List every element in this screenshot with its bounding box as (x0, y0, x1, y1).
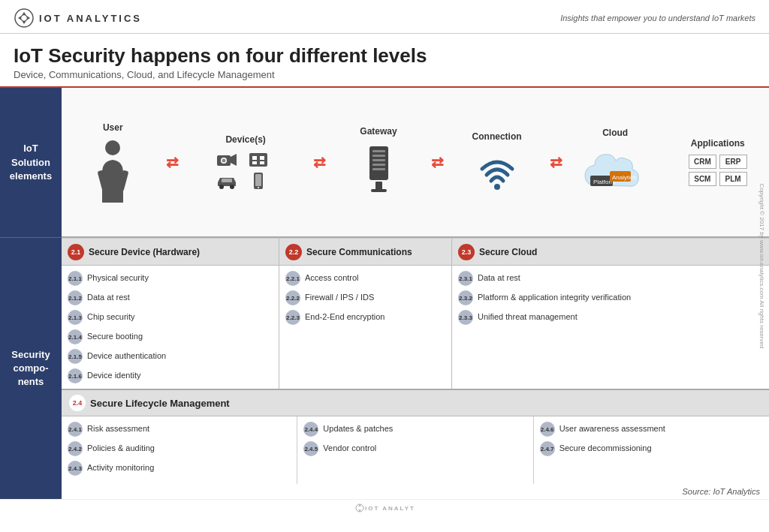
lc-col2-items: 2.4.4 Updates & patches 2.4.5 Vendor con… (297, 416, 532, 461)
comms-title: Secure Communications (306, 247, 412, 257)
num-2-2-3: 2.2.3 (285, 310, 300, 325)
lifecycle-header: 2.4 Secure Lifecycle Management (62, 389, 769, 416)
item-2-1-5: 2.1.5 Device authentication (62, 347, 279, 366)
gateway-icon (362, 143, 396, 199)
text-2-4-6: User awareness assessment (559, 422, 665, 434)
item-2-4-6: 2.4.6 User awareness assessment (534, 419, 769, 439)
num-2-1-4: 2.1.4 (68, 329, 83, 344)
text-2-1-1: Physical security (87, 271, 149, 284)
text-2-4-4: Updates & patches (323, 422, 393, 434)
num-2-2-1: 2.2.1 (285, 271, 300, 286)
logo: IOT ANALYTICS (14, 8, 142, 29)
logo-text: IOT ANALYTICS (39, 13, 142, 24)
text-2-4-3: Activity monitoring (87, 461, 154, 473)
gateway-col: Gateway (327, 88, 430, 236)
lifecycle-col1: 2.4.1 Risk assessment 2.4.2 Policies & a… (62, 416, 297, 484)
upper-security: 2.1 Secure Device (Hardware) 2.1.1 Physi… (62, 238, 769, 389)
svg-rect-20 (372, 150, 385, 152)
text-2-2-2: Firewall / IPS / IDS (305, 290, 374, 303)
item-2-2-1: 2.2.1 Access control (279, 269, 451, 288)
footer-logo: IOT ANALYTICS (354, 503, 415, 513)
icons-row: User ⇄ Device(s) (62, 88, 769, 238)
arrow-connection-cloud: ⇄ (548, 88, 564, 236)
tagline: Insights that empower you to understand … (560, 14, 755, 23)
svg-rect-23 (372, 164, 385, 166)
num-2-4-6: 2.4.6 (540, 422, 555, 437)
lifecycle-title: Secure Lifecycle Management (90, 398, 230, 409)
content-grid: 2.1 Secure Device (Hardware) 2.1.1 Physi… (62, 238, 769, 499)
svg-rect-22 (372, 159, 385, 161)
text-2-1-5: Device authentication (87, 349, 166, 362)
security-components-label: Security compo-nents (0, 238, 62, 499)
device-badge: 2.1 (68, 244, 84, 260)
num-2-4-1: 2.4.1 (68, 422, 83, 437)
phone-icon (247, 172, 270, 190)
secure-cloud-col: 2.3 Secure Cloud 2.3.1 Data at rest 2.3.… (452, 239, 769, 389)
text-2-1-4: Secure booting (87, 329, 143, 342)
copyright-bar: Copyright © 2017 by www.iot-analytics.co… (755, 0, 769, 532)
lifecycle-badge: 2.4 (69, 395, 86, 411)
arrow-device-gateway: ⇄ (312, 88, 327, 236)
header: IOT ANALYTICS Insights that empower you … (0, 0, 769, 34)
num-2-1-5: 2.1.5 (68, 349, 83, 364)
item-2-1-1: 2.1.1 Physical security (62, 269, 279, 288)
svg-text:Analytics: Analytics (612, 174, 636, 181)
arrow-user-device: ⇄ (164, 88, 180, 236)
user-col: User (62, 88, 164, 236)
comms-items: 2.2.1 Access control 2.2.2 Firewall / IP… (279, 266, 451, 330)
connection-col: Connection (445, 88, 548, 236)
title-section: IoT Security happens on four different l… (0, 34, 769, 88)
cloud-icon: Platform Analytics (581, 144, 649, 197)
cloud-badge: 2.3 (458, 244, 475, 260)
item-2-4-4: 2.4.4 Updates & patches (297, 419, 532, 439)
cloud-label: Cloud (602, 128, 628, 138)
arrow-gateway-connection: ⇄ (430, 88, 445, 236)
num-2-1-3: 2.1.3 (68, 310, 83, 325)
camera-icon (216, 151, 238, 169)
svg-rect-26 (371, 189, 387, 192)
svg-point-0 (15, 9, 33, 27)
svg-point-15 (230, 185, 234, 189)
person-icon (96, 139, 130, 203)
item-2-4-2: 2.4.2 Policies & auditing (62, 439, 297, 458)
text-2-1-3: Chip security (87, 310, 135, 323)
svg-point-1 (105, 140, 120, 155)
svg-rect-13 (222, 179, 232, 182)
item-2-2-2: 2.2.2 Firewall / IPS / IDS (279, 288, 451, 308)
num-2-1-2: 2.1.2 (68, 290, 83, 305)
num-2-1-6: 2.1.6 (68, 368, 83, 383)
applications-col: Applications CRM ERP SCM PLM (666, 88, 769, 236)
lifecycle-cols: 2.4.1 Risk assessment 2.4.2 Policies & a… (62, 416, 769, 484)
item-2-1-3: 2.1.3 Chip security (62, 308, 279, 327)
item-2-4-5: 2.4.5 Vendor control (297, 439, 532, 458)
crm-box: CRM (689, 155, 716, 169)
applications-label: Applications (691, 138, 745, 149)
text-2-2-3: End-2-End encryption (305, 310, 384, 323)
num-2-1-1: 2.1.1 (68, 271, 83, 286)
num-2-3-1: 2.3.1 (458, 271, 473, 286)
device-items: 2.1.1 Physical security 2.1.2 Data at re… (62, 266, 279, 389)
item-2-1-2: 2.1.2 Data at rest (62, 288, 279, 308)
user-label: User (103, 122, 123, 133)
svg-rect-9 (252, 156, 257, 160)
circuit-icon (247, 151, 270, 169)
lifecycle-section: 2.4 Secure Lifecycle Management 2.4.1 Ri… (62, 389, 769, 484)
text-2-4-5: Vendor control (323, 441, 376, 454)
cloud-items: 2.3.1 Data at rest 2.3.2 Platform & appl… (452, 266, 769, 330)
connection-label: Connection (472, 131, 522, 142)
secure-device-col: 2.1 Secure Device (Hardware) 2.1.1 Physi… (62, 239, 279, 389)
svg-rect-21 (372, 155, 385, 157)
text-2-1-6: Device identity (87, 368, 141, 381)
main-content: User ⇄ Device(s) (62, 88, 769, 499)
item-2-2-3: 2.2.3 End-2-End encryption (279, 308, 451, 327)
lc-col1-items: 2.4.1 Risk assessment 2.4.2 Policies & a… (62, 416, 297, 481)
item-2-3-2: 2.3.2 Platform & application integrity v… (452, 288, 769, 308)
text-2-3-1: Data at rest (478, 271, 520, 284)
lc-col3-items: 2.4.6 User awareness assessment 2.4.7 Se… (534, 416, 769, 461)
item-2-1-6: 2.1.6 Device identity (62, 366, 279, 386)
item-2-1-4: 2.1.4 Secure booting (62, 327, 279, 347)
text-2-1-2: Data at rest (87, 290, 130, 303)
svg-rect-12 (260, 161, 264, 164)
lifecycle-col2: 2.4.4 Updates & patches 2.4.5 Vendor con… (297, 416, 533, 484)
num-2-4-5: 2.4.5 (303, 441, 318, 456)
